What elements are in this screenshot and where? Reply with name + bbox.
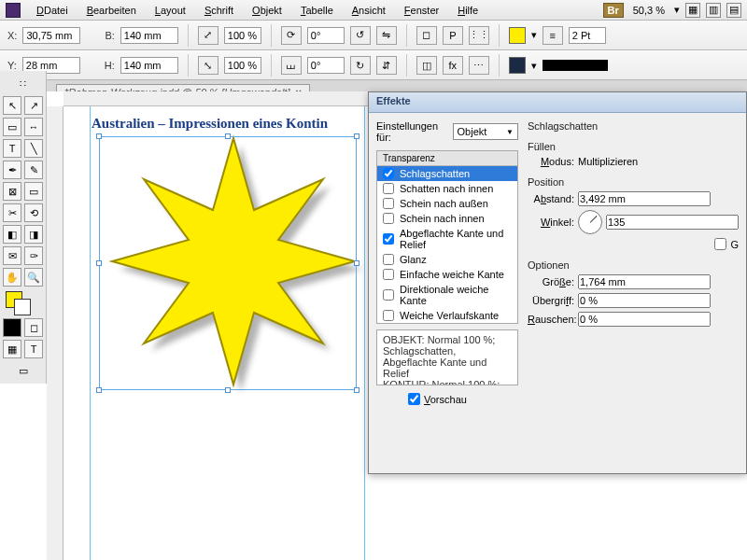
- effect-item-2[interactable]: Schein nach außen: [377, 196, 517, 211]
- effect-checkbox[interactable]: [383, 198, 394, 209]
- global-light-checkbox[interactable]: [714, 238, 726, 250]
- bridge-button[interactable]: Br: [603, 3, 624, 18]
- effect-label: Schlagschatten: [400, 168, 470, 179]
- stroke-style-preview[interactable]: [543, 60, 608, 71]
- stroke-field[interactable]: 2 Pt: [569, 27, 606, 44]
- rectangle-tool[interactable]: ▭: [24, 182, 43, 201]
- pencil-tool[interactable]: ✎: [24, 161, 43, 179]
- hand-tool[interactable]: ✋: [3, 268, 21, 287]
- selection-frame[interactable]: [99, 136, 357, 390]
- view-mode-toggle[interactable]: ▭: [3, 361, 43, 380]
- angle-field[interactable]: 0°: [307, 27, 345, 44]
- mode-value[interactable]: Multiplizieren: [578, 156, 638, 167]
- scaley-field[interactable]: 100 %: [224, 57, 261, 74]
- menu-layout[interactable]: Layout: [147, 2, 194, 19]
- effect-checkbox[interactable]: [383, 289, 394, 301]
- spread-field[interactable]: [578, 293, 711, 308]
- menu-hilfe[interactable]: Hilfe: [449, 2, 486, 19]
- menu-fenster[interactable]: Fenster: [396, 2, 447, 19]
- zoom-field[interactable]: 50,3 %: [633, 5, 665, 16]
- effect-item-0[interactable]: Schlagschatten: [377, 166, 517, 181]
- menu-ansicht[interactable]: Ansicht: [344, 2, 394, 19]
- screen-mode-icon[interactable]: ▥: [706, 3, 721, 18]
- scalex-field[interactable]: 100 %: [224, 27, 261, 44]
- distance-field[interactable]: [578, 191, 711, 206]
- direct-selection-tool[interactable]: ↗: [24, 96, 43, 115]
- rotate-icon[interactable]: ⟳: [281, 26, 302, 45]
- eyedropper-tool[interactable]: ✑: [24, 246, 43, 265]
- ruler-vertical[interactable]: [47, 106, 63, 560]
- effect-checkbox[interactable]: [383, 269, 394, 280]
- effect-checkbox[interactable]: [383, 254, 394, 265]
- scale-icon[interactable]: ⤢: [198, 26, 218, 45]
- select-content-icon[interactable]: ◫: [416, 56, 437, 75]
- effect-item-7[interactable]: Direktionale weiche Kante: [377, 282, 517, 308]
- settings-for-combo[interactable]: Objekt▼: [453, 123, 518, 140]
- effect-item-4[interactable]: Abgeflachte Kante und Relief: [377, 226, 517, 252]
- angle-value-field[interactable]: [606, 215, 739, 230]
- gradient-swatch-tool[interactable]: ◧: [3, 225, 21, 244]
- effects-icon[interactable]: fx: [443, 56, 463, 75]
- pen-tool[interactable]: ✒: [3, 161, 21, 179]
- menu-schrift[interactable]: Schrift: [196, 2, 242, 19]
- rotate-ccw-icon[interactable]: ↺: [350, 26, 371, 45]
- guide-left[interactable]: [90, 106, 91, 560]
- x-field[interactable]: 30,75 mm: [22, 27, 80, 44]
- effect-label: Schein nach außen: [400, 198, 488, 209]
- line-tool[interactable]: ╲: [24, 139, 43, 158]
- flip-v-icon[interactable]: ⇵: [376, 56, 397, 75]
- effect-checkbox[interactable]: [383, 233, 394, 245]
- size-field[interactable]: [578, 274, 711, 289]
- menu-tabelle[interactable]: Tabelle: [292, 2, 342, 19]
- effect-item-6[interactable]: Einfache weiche Kante: [377, 267, 517, 282]
- page-tool[interactable]: ▭: [3, 118, 21, 136]
- align-icon[interactable]: ⋮⋮: [469, 26, 489, 45]
- shear-icon[interactable]: ⧢: [281, 56, 302, 75]
- effect-item-1[interactable]: Schatten nach innen: [377, 181, 517, 196]
- effect-checkbox[interactable]: [383, 310, 394, 321]
- w-field[interactable]: 140 mm: [120, 27, 178, 44]
- effect-checkbox[interactable]: [383, 183, 394, 194]
- stroke-swatch[interactable]: [509, 57, 526, 74]
- type-tool[interactable]: T: [3, 139, 21, 158]
- effect-label: Glanz: [400, 254, 427, 265]
- preview-checkbox[interactable]: [408, 393, 420, 405]
- effect-checkbox[interactable]: [383, 213, 394, 224]
- menu-objekt[interactable]: Objekt: [244, 2, 290, 19]
- formatting-text-icon[interactable]: T: [24, 340, 43, 358]
- distribute-icon[interactable]: ⋯: [469, 56, 489, 75]
- text-on-path-icon[interactable]: P: [443, 26, 463, 45]
- gradient-feather-tool[interactable]: ◨: [24, 225, 43, 244]
- angle-dial[interactable]: [578, 210, 602, 234]
- color-wells[interactable]: [3, 289, 43, 315]
- apply-stroke-icon[interactable]: ◻: [24, 318, 43, 337]
- menu-bearbeiten[interactable]: Bearbeiten: [78, 2, 145, 19]
- effect-item-3[interactable]: Schein nach innen: [377, 211, 517, 226]
- selection-tool[interactable]: ↖: [3, 96, 21, 115]
- effect-item-8[interactable]: Weiche Verlaufskante: [377, 308, 517, 323]
- scissors-tool[interactable]: ✂: [3, 203, 21, 222]
- scale-y-icon[interactable]: ⤡: [198, 56, 218, 75]
- shear-field[interactable]: 0°: [307, 57, 345, 74]
- formatting-container-icon[interactable]: ▦: [3, 340, 21, 358]
- rotate-cw-icon[interactable]: ↻: [350, 56, 371, 75]
- h-field[interactable]: 140 mm: [120, 57, 178, 74]
- view-mode-icon[interactable]: ▦: [685, 3, 700, 18]
- note-tool[interactable]: ✉: [3, 246, 21, 265]
- zoom-tool[interactable]: 🔍: [24, 268, 43, 287]
- gap-tool[interactable]: ↔: [24, 118, 43, 136]
- flip-h-icon[interactable]: ⇋: [376, 26, 397, 45]
- noise-field[interactable]: [578, 312, 711, 327]
- transform-tool[interactable]: ⟲: [24, 203, 43, 222]
- toolbox: ∷ ↖ ↗ ▭ ↔ T ╲ ✒ ✎ ⊠ ▭ ✂ ⟲ ◧ ◨ ✉ ✑ ✋ 🔍 ◻ …: [0, 71, 47, 384]
- effect-item-5[interactable]: Glanz: [377, 252, 517, 267]
- select-container-icon[interactable]: ◻: [416, 26, 437, 45]
- frame-tool[interactable]: ⊠: [3, 182, 21, 201]
- effect-checkbox[interactable]: [383, 168, 394, 179]
- apply-fill-icon[interactable]: [3, 318, 21, 337]
- fill-swatch[interactable]: [509, 27, 526, 44]
- menu-datei[interactable]: DDatei: [28, 2, 77, 19]
- dialog-title[interactable]: Effekte: [369, 92, 746, 113]
- arrange-icon[interactable]: ▤: [726, 3, 741, 18]
- toolbox-grip[interactable]: ∷: [3, 75, 43, 93]
